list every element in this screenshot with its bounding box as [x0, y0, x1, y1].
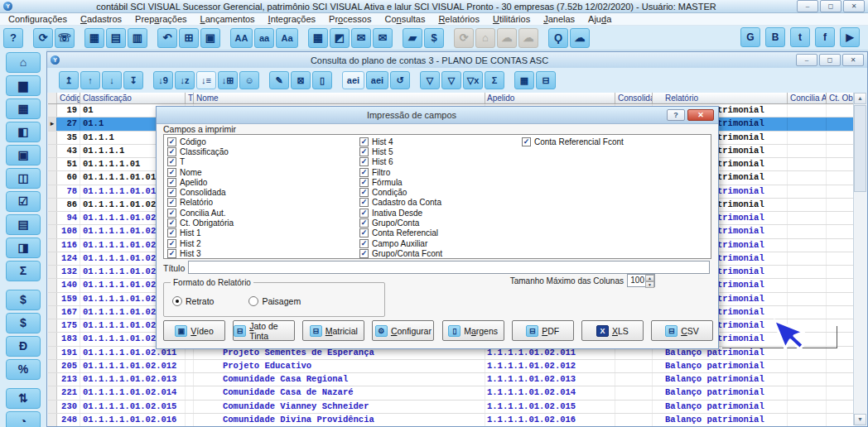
google-icon[interactable]: G: [740, 27, 760, 47]
mail-icon[interactable]: ✉: [351, 28, 371, 48]
field-checkbox[interactable]: ✓Código: [167, 137, 356, 146]
spreadsheet-icon[interactable]: ▦: [6, 98, 41, 119]
next-record-button[interactable]: ↓: [102, 71, 122, 89]
close-button[interactable]: ✕: [843, 0, 865, 12]
field-checkbox[interactable]: ✓Relatório: [167, 198, 356, 208]
pie-chart-icon[interactable]: ◔: [6, 411, 41, 427]
company-icon[interactable]: ▤: [6, 214, 41, 235]
configure-button[interactable]: ⚙ Configurar: [372, 320, 434, 341]
first-record-button[interactable]: ↥: [59, 71, 79, 89]
billing-icon[interactable]: Σ: [6, 261, 41, 281]
accent-off-button[interactable]: aei: [366, 71, 388, 89]
support-icon[interactable]: ☏: [55, 28, 75, 48]
pdf-button[interactable]: ⊟ PDF: [512, 320, 574, 341]
piggy-bank-transfer-icon[interactable]: %: [6, 359, 41, 380]
chart-icon[interactable]: ◩: [330, 28, 350, 48]
field-checkbox[interactable]: ✓Condição: [359, 187, 521, 197]
field-checkbox[interactable]: ✓Conta Referencial: [359, 228, 521, 238]
accent-on-button[interactable]: aei: [342, 71, 364, 89]
field-checkbox[interactable]: ✓Hist 3: [167, 248, 356, 258]
child-close-button[interactable]: ✕: [842, 54, 864, 66]
sort-grid-icon[interactable]: ↓⊞: [218, 71, 238, 89]
menu-janelas[interactable]: Janelas: [537, 14, 581, 24]
facebook-icon[interactable]: f: [815, 27, 835, 47]
column-header[interactable]: Apelido: [485, 93, 615, 103]
help-icon[interactable]: ?: [3, 28, 23, 48]
column-header[interactable]: Consolidada: [615, 93, 653, 103]
field-checkbox[interactable]: ✓Grupo/Conta Fcont: [359, 248, 521, 258]
menu-lancamentos[interactable]: Lançamentos: [194, 14, 262, 24]
field-checkbox[interactable]: ✓Hist 5: [359, 146, 521, 156]
totals-button[interactable]: Σ: [485, 71, 504, 89]
column-header[interactable]: T: [186, 93, 194, 103]
field-checkbox[interactable]: ✓Concilia Aut.: [167, 208, 356, 218]
field-checkbox[interactable]: ✓Ct. Obrigatória: [167, 218, 356, 228]
child-maximize-button[interactable]: ◻: [819, 54, 841, 66]
field-checkbox[interactable]: ✓Conta Referencial Fcont: [522, 137, 704, 146]
spinner-up-icon[interactable]: ▲: [645, 275, 654, 281]
folder-icon[interactable]: ▰: [403, 28, 422, 48]
minimize-button[interactable]: –: [797, 0, 818, 12]
sort-numeric-icon[interactable]: ↓9: [153, 71, 173, 89]
cloud-download-icon[interactable]: ☁: [570, 28, 590, 48]
home-backup-icon[interactable]: ⌂: [475, 28, 495, 48]
field-checkbox[interactable]: ✓Grupo/Conta: [359, 218, 521, 228]
company-grid-icon[interactable]: ◨: [6, 237, 41, 258]
calendar-icon[interactable]: ▤: [106, 28, 126, 48]
twitter-icon[interactable]: t: [790, 27, 810, 47]
paste-icon[interactable]: ▣: [200, 28, 220, 48]
field-checkbox[interactable]: ✓Fórmula: [359, 177, 521, 187]
spreadsheet-icon[interactable]: ▦: [308, 28, 328, 48]
column-header[interactable]: Nome: [194, 93, 485, 103]
field-checkbox[interactable]: ✓Hist 6: [359, 157, 521, 167]
field-checkbox[interactable]: ✓Consolidada: [167, 187, 356, 197]
sort-list-icon[interactable]: ↓≡: [196, 71, 216, 89]
table-row[interactable]: 248 01.1.1.1.01.02.016 Comunidade Divina…: [48, 414, 855, 426]
radio-paisagem[interactable]: Paisagem: [248, 296, 301, 306]
mail-send-icon[interactable]: ✉: [373, 28, 393, 48]
print-button[interactable]: ⊟: [536, 71, 556, 89]
table-row[interactable]: 221 01.1.1.1.01.02.014 Comunidade Casa d…: [48, 386, 855, 400]
field-checkbox[interactable]: ✓T: [167, 157, 356, 167]
youtube-icon[interactable]: ▶: [840, 27, 860, 47]
sync-icon[interactable]: ⟳: [454, 28, 474, 48]
max-columns-spinner[interactable]: 100 ▲ ▼: [627, 274, 655, 287]
copy-icon[interactable]: ⊞: [179, 28, 199, 48]
company-check-icon[interactable]: ☑: [6, 191, 41, 212]
font-large-button[interactable]: AA: [230, 28, 253, 48]
search-icon[interactable]: Ϙ: [548, 28, 568, 48]
table-row[interactable]: 205 01.1.1.1.01.02.012 Projeto Educativo…: [48, 360, 855, 373]
cloud-restore-icon[interactable]: ☁: [518, 28, 538, 48]
menu-cadastros[interactable]: Cadastros: [74, 14, 128, 24]
column-header[interactable]: [48, 93, 57, 103]
refresh-doc-icon[interactable]: ⟳: [33, 28, 53, 48]
vertical-scrollbar[interactable]: ▲ ▼: [853, 93, 866, 425]
menu-relatorios[interactable]: Relatórios: [432, 14, 486, 24]
piggy-bank-docs-icon[interactable]: Đ: [6, 336, 41, 357]
matrix-button[interactable]: ⊟ Matricial: [302, 320, 364, 341]
company-finance-icon[interactable]: ◧: [6, 122, 41, 142]
delete-button[interactable]: ⊠: [291, 71, 311, 89]
documents-folder-icon[interactable]: ▆: [6, 75, 41, 96]
scroll-thumb[interactable]: [854, 105, 866, 192]
calendar-clock-icon[interactable]: ▥: [128, 28, 147, 48]
column-header[interactable]: Ct. Ob: [827, 93, 855, 103]
dialog-close-button[interactable]: ✕: [687, 109, 714, 121]
margins-button[interactable]: ▯ Margens: [442, 320, 504, 341]
xls-button[interactable]: X XLS: [581, 320, 644, 341]
table-row[interactable]: 230 01.1.1.1.01.02.015 Comunidade Vianne…: [48, 401, 855, 414]
font-small-button[interactable]: aa: [254, 28, 274, 48]
restore-button[interactable]: ◻: [820, 0, 841, 12]
home-finance-icon[interactable]: ⌂: [6, 52, 41, 73]
menu-utilitarios[interactable]: Utilitários: [486, 14, 537, 24]
filter-button[interactable]: ▽: [441, 71, 461, 89]
schedule-button[interactable]: ▦: [514, 71, 534, 89]
column-header[interactable]: Concilia Aut.: [788, 93, 827, 103]
radio-retrato[interactable]: Retrato: [172, 296, 214, 306]
field-checkbox[interactable]: ✓Filtro: [359, 167, 521, 177]
filter-clear-button[interactable]: ▽x: [463, 71, 483, 89]
column-header[interactable]: Classificação: [80, 93, 186, 103]
field-checkbox[interactable]: ✓Nome: [167, 167, 356, 177]
field-checkbox[interactable]: ✓Hist 1: [167, 228, 356, 238]
filter-apply-button[interactable]: ▽: [420, 71, 440, 89]
